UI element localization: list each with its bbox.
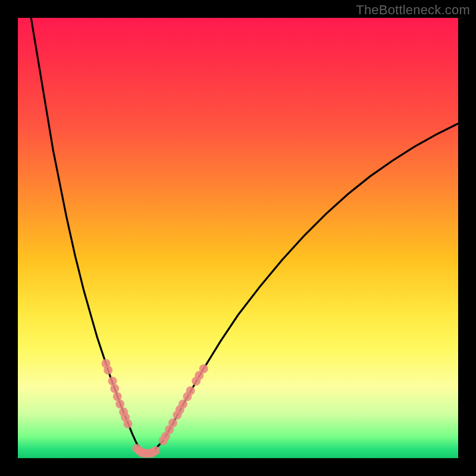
marker-point bbox=[178, 399, 187, 408]
marker-point bbox=[110, 384, 119, 393]
watermark-text: TheBottleneck.com bbox=[356, 2, 470, 18]
highlighted-points bbox=[102, 359, 208, 458]
marker-point bbox=[115, 399, 124, 408]
marker-point bbox=[186, 386, 195, 395]
chart-frame: TheBottleneck.com bbox=[0, 0, 476, 476]
bottleneck-curve bbox=[31, 18, 458, 454]
chart-plot-area bbox=[18, 18, 458, 458]
chart-svg bbox=[18, 18, 458, 458]
marker-point bbox=[124, 419, 133, 428]
marker-point bbox=[104, 366, 112, 375]
marker-point bbox=[151, 446, 160, 455]
marker-point bbox=[168, 418, 177, 427]
marker-point bbox=[199, 364, 208, 373]
